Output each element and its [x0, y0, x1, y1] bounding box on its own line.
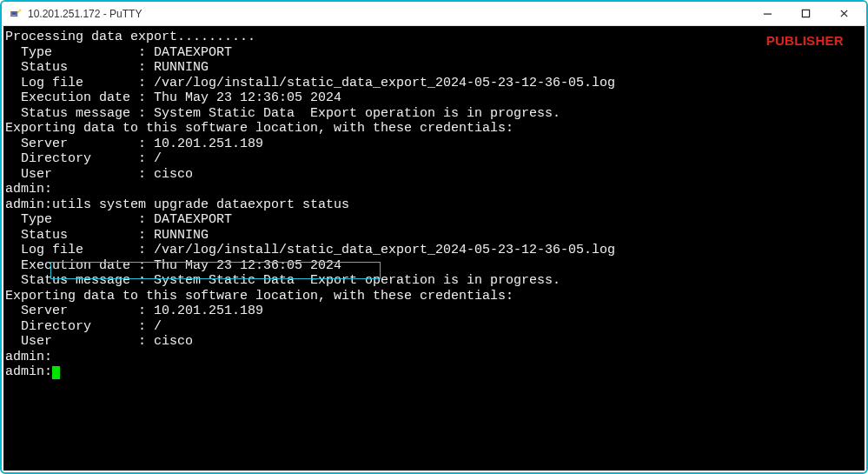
terminal-line: Directory : /	[5, 151, 863, 167]
terminal[interactable]: PUBLISHER Processing data export........…	[3, 26, 865, 471]
svg-rect-3	[763, 14, 771, 15]
publisher-watermark: PUBLISHER	[766, 33, 844, 49]
terminal-line: Type : DATAEXPORT	[5, 45, 863, 61]
svg-rect-1	[12, 12, 17, 15]
terminal-line: Server : 10.201.251.189	[5, 137, 863, 152]
cursor-icon	[52, 366, 60, 379]
putty-icon	[9, 7, 23, 21]
terminal-line: Status : RUNNING	[5, 60, 863, 76]
window-title: 10.201.251.172 - PuTTY	[28, 8, 142, 20]
terminal-prompt-line: admin:	[5, 364, 863, 380]
titlebar: 10.201.251.172 - PuTTY	[2, 2, 866, 26]
terminal-line: Directory : /	[5, 319, 863, 335]
minimize-button[interactable]	[748, 2, 786, 26]
terminal-line: Server : 10.201.251.189	[5, 304, 863, 319]
svg-point-2	[19, 9, 22, 11]
terminal-line: Exporting data to this software location…	[5, 289, 863, 304]
terminal-line: Log file : /var/log/install/static_data_…	[5, 76, 863, 91]
svg-rect-4	[802, 10, 809, 17]
terminal-line: admin:	[5, 182, 863, 197]
terminal-line: Exporting data to this software location…	[5, 121, 863, 137]
terminal-line: Type : DATAEXPORT	[5, 212, 863, 228]
terminal-line: Status : RUNNING	[5, 228, 863, 244]
close-button[interactable]	[825, 2, 863, 26]
terminal-line: User : cisco	[5, 167, 863, 183]
terminal-line: Status message : System Static Data Expo…	[5, 273, 863, 289]
terminal-line: Execution date : Thu May 23 12:36:05 202…	[5, 258, 863, 274]
maximize-button[interactable]	[786, 2, 825, 26]
terminal-line: admin:	[5, 350, 863, 365]
terminal-line: Processing data export..........	[5, 30, 863, 45]
terminal-line: Execution date : Thu May 23 12:36:05 202…	[5, 90, 863, 106]
terminal-line: User : cisco	[5, 334, 863, 350]
terminal-line: Log file : /var/log/install/static_data_…	[5, 243, 863, 258]
terminal-line: admin:utils system upgrade dataexport st…	[5, 197, 863, 213]
terminal-line: Status message : System Static Data Expo…	[5, 106, 863, 122]
